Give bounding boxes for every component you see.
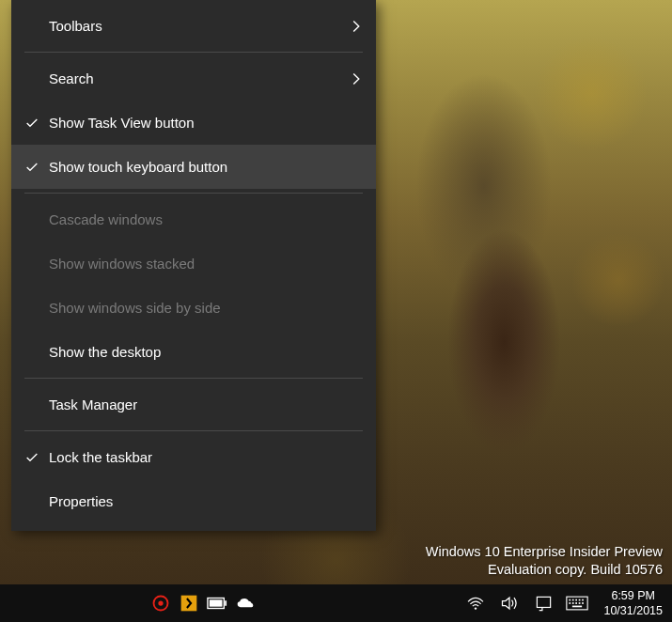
svg-rect-5	[225, 600, 227, 606]
menu-separator	[24, 193, 363, 194]
watermark-line-1: Windows 10 Enterprise Insider Preview	[426, 543, 663, 562]
check-icon	[24, 160, 49, 175]
svg-rect-9	[570, 599, 571, 601]
svg-rect-10	[572, 599, 574, 601]
menu-item-cascade-windows: Cascade windows	[11, 197, 376, 241]
clock-date: 10/31/2015	[603, 603, 663, 618]
wifi-icon[interactable]	[459, 584, 492, 622]
menu-item-label: Show Task View button	[49, 115, 342, 131]
menu-item-search[interactable]: Search	[11, 56, 376, 101]
menu-item-show-the-desktop[interactable]: Show the desktop	[11, 330, 376, 374]
menu-separator	[24, 430, 363, 431]
svg-rect-19	[572, 606, 582, 608]
check-icon	[24, 450, 49, 465]
menu-item-show-task-view-button[interactable]: Show Task View button	[11, 101, 376, 145]
menu-item-show-touch-keyboard-button[interactable]: Show touch keyboard button	[11, 145, 376, 189]
svg-point-1	[158, 600, 163, 605]
menu-item-label: Show windows stacked	[49, 256, 342, 272]
menu-item-label: Show windows side by side	[49, 300, 342, 316]
battery-icon[interactable]	[203, 584, 231, 622]
menu-separator	[24, 52, 363, 53]
menu-item-label: Properties	[49, 493, 342, 509]
beats-icon[interactable]	[147, 584, 175, 622]
check-icon	[24, 116, 49, 131]
volume-icon[interactable]	[492, 584, 526, 622]
watermark-line-2: Evaluation copy. Build 10576	[426, 561, 663, 580]
svg-rect-4	[210, 599, 223, 606]
taskbar-clock[interactable]: 6:59 PM 10/31/2015	[594, 588, 672, 619]
svg-rect-17	[579, 602, 581, 604]
svg-rect-18	[583, 602, 585, 604]
svg-rect-15	[572, 602, 574, 604]
menu-item-label: Task Manager	[49, 397, 342, 412]
menu-item-label: Cascade windows	[49, 211, 342, 227]
menu-item-label: Toolbars	[49, 18, 342, 34]
svg-rect-14	[570, 602, 571, 604]
menu-item-label: Lock the taskbar	[49, 449, 342, 465]
chevron-right-icon	[342, 20, 361, 33]
clock-time: 6:59 PM	[611, 588, 655, 603]
menu-item-label: Show touch keyboard button	[49, 159, 342, 175]
svg-rect-13	[583, 599, 585, 601]
svg-rect-2	[181, 596, 197, 612]
taskbar-context-menu: ToolbarsSearchShow Task View buttonShow …	[11, 0, 376, 531]
svg-rect-12	[579, 599, 581, 601]
system-tray: 6:59 PM 10/31/2015	[459, 584, 672, 622]
taskbar[interactable]: 6:59 PM 10/31/2015	[0, 584, 672, 622]
menu-item-task-manager[interactable]: Task Manager	[11, 382, 376, 427]
menu-item-show-windows-stacked: Show windows stacked	[11, 241, 376, 286]
menu-item-label: Show the desktop	[49, 344, 342, 360]
menu-separator	[24, 378, 363, 379]
menu-item-show-windows-side-by-side: Show windows side by side	[11, 286, 376, 330]
svg-rect-11	[576, 599, 578, 601]
taskbar-tray-icons	[147, 584, 259, 622]
svg-rect-16	[576, 602, 578, 604]
svg-rect-7	[537, 597, 550, 607]
menu-item-properties[interactable]: Properties	[11, 479, 376, 523]
onedrive-icon[interactable]	[231, 584, 259, 622]
touch-keyboard-icon[interactable]	[560, 584, 594, 622]
windows-watermark: Windows 10 Enterprise Insider Preview Ev…	[426, 543, 663, 580]
chevron-right-icon	[342, 72, 361, 86]
plex-icon[interactable]	[175, 584, 203, 622]
menu-item-label: Search	[49, 70, 342, 86]
svg-point-6	[475, 607, 477, 609]
action-center-icon[interactable]	[526, 584, 560, 622]
menu-item-toolbars[interactable]: Toolbars	[11, 4, 376, 48]
menu-item-lock-the-taskbar[interactable]: Lock the taskbar	[11, 435, 376, 479]
